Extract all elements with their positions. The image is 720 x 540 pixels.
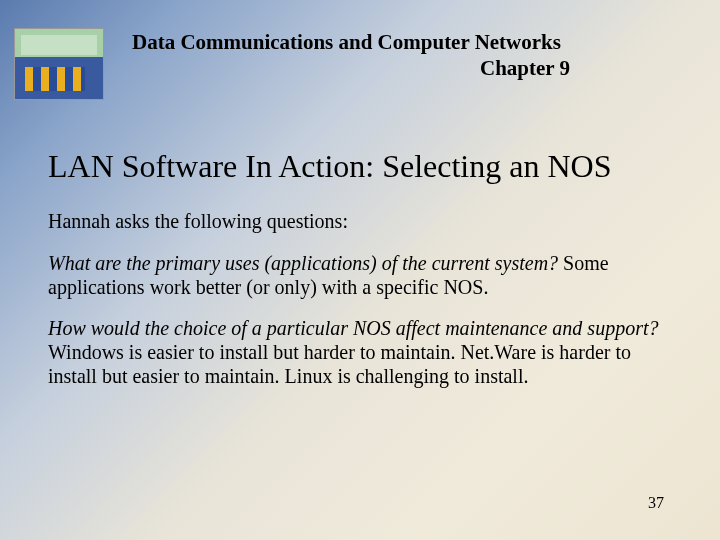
header-text-block: Data Communications and Computer Network… xyxy=(104,28,690,81)
question-block-2: How would the choice of a particular NOS… xyxy=(48,316,672,389)
question-1: What are the primary uses (applications)… xyxy=(48,252,558,274)
chapter-label: Chapter 9 xyxy=(132,56,690,81)
course-title: Data Communications and Computer Network… xyxy=(132,28,690,56)
question-2: How would the choice of a particular NOS… xyxy=(48,317,659,339)
lead-sentence: Hannah asks the following questions: xyxy=(48,210,672,233)
slide-header: Data Communications and Computer Network… xyxy=(0,0,720,100)
answer-2: Windows is easier to install but harder … xyxy=(48,341,631,387)
page-number: 37 xyxy=(648,494,664,512)
question-block-1: What are the primary uses (applications)… xyxy=(48,251,672,300)
slide-title: LAN Software In Action: Selecting an NOS xyxy=(48,148,672,186)
book-cover-thumbnail xyxy=(14,28,104,100)
slide-content: LAN Software In Action: Selecting an NOS… xyxy=(0,100,720,389)
